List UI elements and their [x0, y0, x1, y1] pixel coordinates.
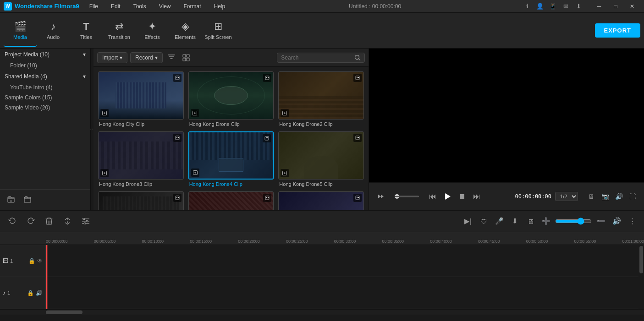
phone-icon[interactable]: 📱 — [548, 1, 558, 11]
thumb-city-clip[interactable] — [98, 71, 184, 120]
mic-button[interactable]: 🎤 — [493, 215, 506, 228]
svg-rect-2 — [183, 54, 186, 57]
preview-step-fwd-button[interactable]: ⏭ — [470, 190, 483, 203]
list-item[interactable]: Hong Kong Drone Clip — [188, 71, 274, 127]
preview-step-back-button[interactable]: ⏮ — [426, 190, 439, 203]
settings-button[interactable]: ⋮ — [626, 215, 638, 228]
redo-button[interactable] — [24, 214, 38, 228]
menu-tools[interactable]: Tools — [131, 2, 149, 11]
thumb-drone4-clip[interactable] — [188, 131, 274, 180]
zoom-out-button[interactable]: ➖ — [594, 215, 607, 228]
track-labels: 🎞 1 🔒 👁 ♪ 1 🔒 🔊 — [0, 245, 46, 309]
tool-transition[interactable]: ⇄ Transition — [103, 15, 136, 47]
sidebar-header-shared-media[interactable]: Shared Media (4) ▾ — [0, 71, 90, 82]
split-button[interactable] — [61, 214, 74, 228]
split-screen-button[interactable]: 🖥 — [524, 215, 537, 228]
sidebar-item-sample-colors[interactable]: Sample Colors (15) — [0, 92, 90, 103]
thumb-row3c[interactable] — [278, 191, 364, 210]
zoom-in-button[interactable]: ➕ — [539, 215, 552, 228]
add-folder-button[interactable] — [5, 193, 17, 206]
thumb-drone2-clip[interactable] — [278, 71, 364, 120]
svg-rect-1 — [24, 197, 31, 202]
thumb-drone3-clip[interactable] — [98, 131, 184, 180]
filter-button[interactable] — [165, 52, 177, 64]
menu-help[interactable]: Help — [211, 2, 228, 11]
video-visible-button[interactable]: 👁 — [37, 258, 43, 264]
menu-view[interactable]: View — [156, 2, 174, 11]
list-item[interactable] — [278, 191, 364, 210]
audio-mute-button[interactable]: 🔊 — [36, 290, 43, 296]
sidebar-item-sample-video[interactable]: Sample Video (20) — [0, 103, 90, 113]
volume-button[interactable]: 🔊 — [610, 215, 623, 228]
tool-effects[interactable]: ✦ Effects — [136, 15, 169, 47]
tool-media[interactable]: 🎬 Media — [4, 15, 37, 47]
info-icon[interactable]: ℹ — [522, 1, 532, 11]
download-icon[interactable]: ⬇ — [573, 1, 583, 11]
maximize-button[interactable]: □ — [607, 0, 624, 13]
audio-track-button[interactable]: ⬇ — [508, 215, 521, 228]
minimize-button[interactable]: ─ — [591, 0, 607, 13]
list-item[interactable]: Hong Kong Drone3 Clip — [98, 131, 184, 187]
video-lock-button[interactable]: 🔒 — [28, 258, 35, 264]
list-item[interactable]: Hong Kong Drone2 Clip — [278, 71, 364, 127]
menu-format[interactable]: Format — [181, 2, 204, 11]
audio-lock-button[interactable]: 🔒 — [27, 290, 34, 296]
delete-button[interactable] — [42, 214, 56, 228]
svg-rect-36 — [266, 197, 267, 198]
preview-play-button[interactable] — [441, 190, 454, 203]
tool-audio[interactable]: ♪ Audio — [37, 15, 70, 47]
adjust-button[interactable] — [79, 214, 93, 228]
preview-fullscreen-icon[interactable]: ⛶ — [627, 190, 638, 202]
ruler-mark-2: 00:00:10:00 — [142, 239, 164, 244]
tool-splitscreen[interactable]: ⊞ Split Screen — [202, 15, 235, 47]
mail-icon[interactable]: ✉ — [561, 1, 571, 11]
tool-elements-label: Elements — [175, 34, 196, 40]
layout-button[interactable] — [180, 52, 192, 64]
undo-button[interactable] — [6, 214, 19, 228]
right-scrollbar[interactable] — [638, 245, 644, 309]
sidebar-item-folder[interactable]: Folder (10) — [0, 60, 90, 71]
thumb-row3b[interactable] — [188, 191, 274, 210]
menu-edit[interactable]: Edit — [108, 2, 123, 11]
tool-titles[interactable]: T Titles — [70, 15, 103, 47]
h-scrollbar-thumb[interactable] — [46, 310, 83, 314]
svg-point-52 — [84, 223, 86, 224]
sidebar-item-youtube-intro[interactable]: YouTube Intro (4) — [0, 82, 90, 92]
preview-timecode: 00:00:00:00 — [515, 193, 551, 200]
list-item[interactable]: Hong Kong Drone4 Clip — [188, 131, 274, 187]
list-item[interactable]: Hong Kong Drone5 Clip — [278, 131, 364, 187]
thumb-overlay-icon — [353, 134, 362, 142]
preview-zoom-select[interactable]: 1/2 — [555, 192, 578, 201]
timeline-h-scrollbar[interactable] — [0, 309, 644, 315]
list-item[interactable]: Hong Kong City Clip — [98, 71, 184, 127]
tool-elements[interactable]: ◈ Elements — [169, 15, 202, 47]
sidebar: Project Media (10) ▾ Folder (10) Shared … — [0, 49, 91, 210]
search-input[interactable] — [281, 54, 352, 61]
sidebar-header-project-media[interactable]: Project Media (10) ▾ — [0, 49, 90, 60]
preview-volume-icon[interactable]: 🔊 — [613, 190, 625, 202]
thumb-row3a[interactable] — [98, 191, 184, 210]
preview-stop-button[interactable] — [456, 190, 468, 203]
export-button[interactable]: EXPORT — [595, 23, 640, 38]
scrollbar-thumb[interactable] — [639, 246, 643, 273]
preview-snapshot-icon[interactable]: 📷 — [599, 190, 611, 202]
remove-folder-button[interactable] — [21, 193, 34, 206]
import-button[interactable]: Import ▾ — [97, 52, 127, 63]
menu-file[interactable]: File — [87, 2, 101, 11]
thumb-drone-clip[interactable] — [188, 71, 274, 120]
search-box[interactable] — [277, 53, 365, 63]
list-item[interactable] — [188, 191, 274, 210]
preview-screen-icon[interactable]: 🖥 — [585, 190, 597, 202]
zoom-range-input[interactable] — [555, 218, 592, 225]
shield-button[interactable]: 🛡 — [477, 215, 490, 228]
preview-rewind-button[interactable] — [374, 190, 387, 203]
record-button[interactable]: Record ▾ — [130, 52, 163, 63]
play-track-button[interactable]: ▶| — [462, 215, 474, 228]
thumb-drone5-clip[interactable] — [278, 131, 364, 180]
preview-progress-bar[interactable] — [395, 196, 419, 197]
zoom-slider[interactable] — [555, 218, 592, 225]
close-button[interactable]: ✕ — [624, 0, 640, 13]
account-icon[interactable]: 👤 — [535, 1, 545, 11]
list-item[interactable] — [98, 191, 184, 210]
svg-point-48 — [83, 218, 85, 220]
